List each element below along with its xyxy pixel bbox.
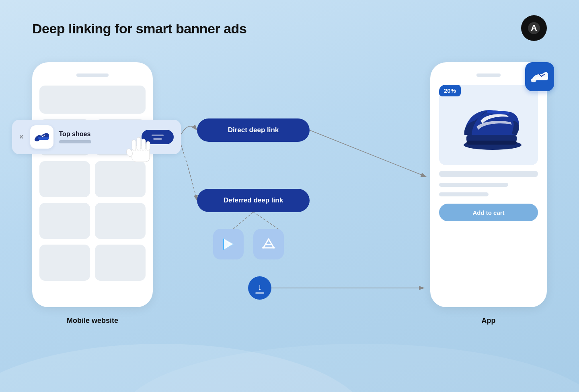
phone-left bbox=[32, 62, 153, 307]
app-label: App bbox=[430, 316, 547, 325]
store-icons bbox=[213, 229, 284, 259]
banner-subtitle-bar bbox=[59, 140, 91, 143]
svg-point-3 bbox=[35, 138, 39, 141]
product-price-bar bbox=[439, 183, 508, 187]
product-image: 20% bbox=[439, 85, 538, 165]
deferred-deep-link-label: Deferred deep link bbox=[224, 196, 283, 204]
svg-point-19 bbox=[531, 78, 536, 82]
app-store-icon bbox=[253, 229, 284, 259]
google-play-icon bbox=[213, 229, 244, 259]
svg-rect-7 bbox=[142, 139, 146, 150]
mobile-website-label: Mobile website bbox=[32, 316, 153, 325]
download-circle: ↓ bbox=[248, 276, 271, 300]
svg-rect-8 bbox=[146, 141, 150, 150]
svg-rect-6 bbox=[132, 140, 136, 150]
logo: A bbox=[521, 15, 547, 41]
shoe-app-icon bbox=[525, 62, 554, 91]
svg-marker-11 bbox=[224, 239, 233, 249]
svg-line-12 bbox=[263, 239, 269, 248]
svg-rect-18 bbox=[466, 141, 517, 145]
svg-point-1 bbox=[121, 344, 579, 392]
direct-deep-link-label: Direct deep link bbox=[228, 126, 279, 134]
svg-point-0 bbox=[0, 344, 370, 392]
page-title: Deep linking for smart banner ads bbox=[32, 21, 246, 37]
product-name-bar bbox=[439, 171, 538, 177]
svg-line-23 bbox=[233, 212, 253, 229]
svg-line-24 bbox=[253, 212, 278, 229]
discount-badge: 20% bbox=[439, 85, 461, 96]
svg-line-13 bbox=[269, 239, 274, 248]
banner-icon bbox=[30, 125, 53, 149]
phone-right: 20% bbox=[430, 62, 547, 307]
svg-line-22 bbox=[310, 130, 426, 177]
add-to-cart-button[interactable]: Add to cart bbox=[439, 204, 538, 221]
direct-deep-link-pill: Direct deep link bbox=[197, 118, 310, 142]
banner-close-button[interactable]: × bbox=[19, 133, 24, 141]
svg-text:A: A bbox=[531, 23, 537, 33]
deferred-deep-link-pill: Deferred deep link bbox=[197, 189, 310, 212]
svg-rect-5 bbox=[137, 137, 141, 150]
cursor-hand bbox=[125, 132, 157, 168]
add-to-cart-label: Add to cart bbox=[472, 209, 504, 216]
product-detail-bar bbox=[439, 192, 489, 196]
